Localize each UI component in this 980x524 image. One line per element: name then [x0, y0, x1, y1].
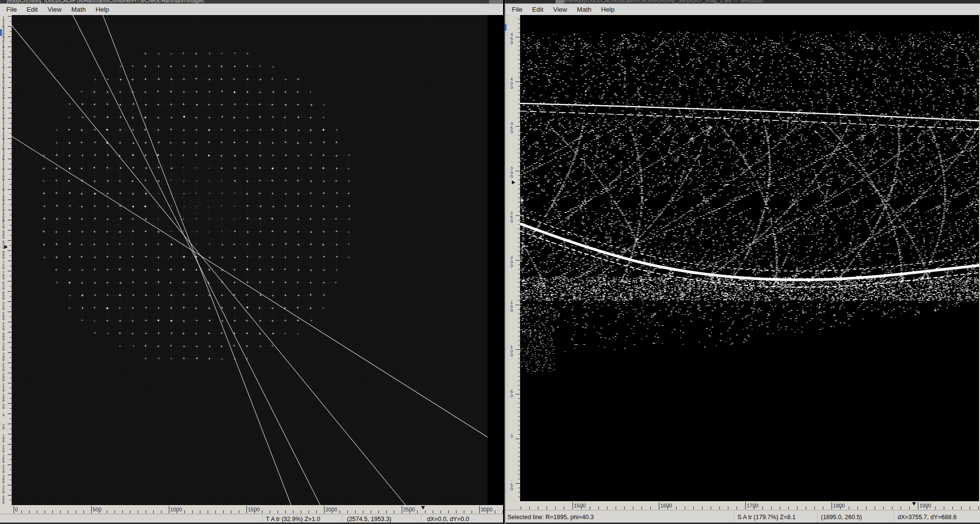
- zoom-mode-status: S A tr (179.7%) Z=8.1: [737, 514, 796, 521]
- right-statusbar: Selected line: R=1895, phi=40.3 S A tr (…: [506, 510, 980, 523]
- cursor-coordinates: (2574.5, 1953.3): [347, 516, 392, 523]
- menu-help[interactable]: Help: [91, 4, 114, 15]
- menu-file[interactable]: File: [1, 4, 22, 15]
- focus-mark: [0, 29, 2, 36]
- menu-view[interactable]: View: [43, 4, 66, 15]
- background-window-title: /home/eddy/Docs/CAO/Education/Lectures/K…: [558, 0, 763, 3]
- hartmann-spot-image[interactable]: [12, 15, 503, 505]
- sinogram-transform-window: File Edit View Math Help Selected line: …: [505, 3, 980, 524]
- left-menubar: File Edit View Math Help: [0, 4, 503, 16]
- titlebar-fragment: [489, 0, 503, 3]
- cursor-coordinates: (1895.0, 260.5): [821, 514, 862, 521]
- selected-line-status: Selected line: R=1895, phi=40.3: [507, 514, 594, 521]
- left-statusbar: T A tr (32.9%) Z=1.0 (2574.5, 1953.3) dX…: [0, 514, 503, 523]
- menu-help[interactable]: Help: [596, 4, 620, 15]
- background-window-titlebar-right: /home/eddy/Docs/CAO/Education/Lectures/K…: [505, 0, 980, 3]
- right-horizontal-ruler: [506, 501, 980, 510]
- menu-view[interactable]: View: [548, 4, 572, 15]
- menu-edit[interactable]: Edit: [22, 4, 43, 15]
- right-menubar: File Edit View Math Help: [506, 4, 980, 16]
- focus-mark: [505, 24, 506, 31]
- titlebar-fragment: [555, 0, 564, 3]
- left-horizontal-ruler: [0, 505, 503, 514]
- zoom-mode-status: T A tr (32.9%) Z=1.0: [266, 516, 320, 523]
- menu-file[interactable]: File: [507, 4, 527, 15]
- hartmann-image-window: File Edit View Math Help T A tr (32.9%) …: [0, 3, 503, 524]
- right-vertical-ruler: [508, 15, 520, 501]
- background-window-title: [eddyCrichton]: /Docs/CAO/PTA/Hartmann/C…: [7, 0, 204, 3]
- delta-readout: dX=3755.7, dY=688.6: [898, 514, 957, 521]
- delta-readout: dX=0.0, dY=0.0: [427, 516, 469, 523]
- background-window-titlebar-left: [eddyCrichton]: /Docs/CAO/PTA/Hartmann/C…: [0, 0, 503, 3]
- menu-edit[interactable]: Edit: [527, 4, 548, 15]
- desktop: { "background_windows": { "left_title": …: [0, 0, 980, 524]
- menu-math[interactable]: Math: [572, 4, 596, 15]
- sinogram-image[interactable]: [520, 15, 979, 501]
- left-vertical-ruler: [0, 15, 12, 505]
- menu-math[interactable]: Math: [66, 4, 91, 15]
